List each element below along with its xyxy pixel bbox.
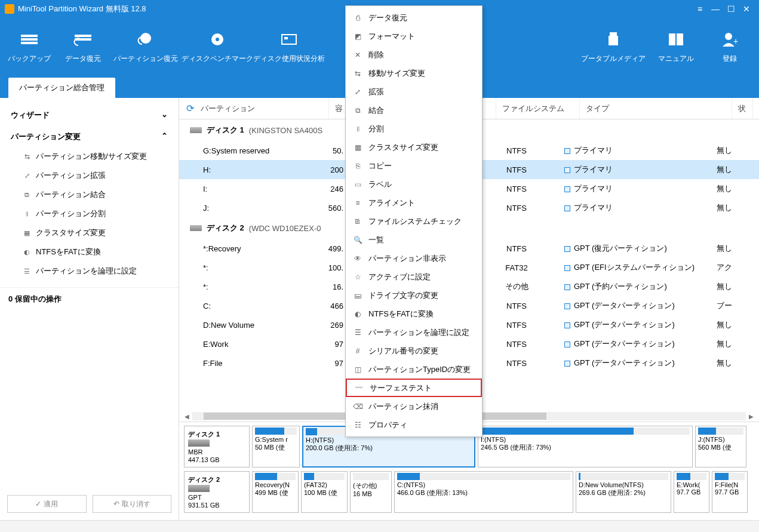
menu-item-label: NTFSをFATに変換 bbox=[368, 309, 434, 319]
menu-item-icon: ⧉ bbox=[353, 106, 362, 115]
th-filesystem[interactable]: ファイルシステム bbox=[496, 98, 580, 119]
minimize-button[interactable]: — bbox=[708, 1, 723, 17]
context-menu-item[interactable]: ▦ クラスタサイズ変更 bbox=[346, 138, 482, 156]
refresh-button[interactable]: ⟳ bbox=[179, 103, 201, 114]
sidebar-item-move-resize[interactable]: ⇆パーティション移動/サイズ変更 bbox=[5, 147, 174, 166]
diskmap-partition[interactable]: I:(NTFS)246.5 GB (使用済: 73%) bbox=[478, 426, 693, 468]
diskmap-partition[interactable]: Recovery(N499 MB (使 bbox=[252, 471, 299, 513]
sidebar-item-ntfs-fat[interactable]: ◐NTFSをFATに変換 bbox=[5, 242, 174, 262]
context-menu-item[interactable]: ☷ プロパティ bbox=[346, 416, 482, 434]
menu-item-label: クラスタサイズ変更 bbox=[368, 142, 438, 153]
menu-item-label: アライメント bbox=[368, 198, 415, 208]
sidebar-item-merge[interactable]: ⧉パーティション結合 bbox=[5, 185, 174, 204]
menu-item-label: 削除 bbox=[368, 50, 384, 60]
cluster-icon: ▦ bbox=[23, 229, 31, 237]
menu-item-label: 一覧 bbox=[368, 235, 384, 245]
diskmap-disk-label[interactable]: ディスク 1MBR447.13 GB bbox=[184, 426, 250, 468]
split-icon: ⫴ bbox=[23, 210, 31, 218]
menu-item-label: データ復元 bbox=[368, 13, 407, 23]
sidebar-section-wizard[interactable]: ウィザード⌄ bbox=[5, 104, 174, 125]
menu-item-icon: 👁 bbox=[353, 254, 362, 263]
context-menu-item[interactable]: ☰ パーティションを論理に設定 bbox=[346, 323, 482, 342]
menu-item-icon: 🗎 bbox=[353, 217, 362, 226]
backup-button[interactable]: バックアップ bbox=[2, 20, 56, 73]
menu-item-label: パーティション抹消 bbox=[368, 401, 438, 412]
menu-item-icon: ≡ bbox=[353, 198, 362, 208]
context-menu-item[interactable]: 🖴 ドライブ文字の変更 bbox=[346, 286, 482, 305]
sidebar: ウィザード⌄ パーティション変更⌃ ⇆パーティション移動/サイズ変更 ⤢パーティ… bbox=[0, 98, 179, 520]
svg-rect-0 bbox=[21, 35, 38, 37]
sidebar-section-manage[interactable]: パーティション管理⌄ bbox=[5, 281, 174, 287]
context-menu-item[interactable]: ▭ ラベル bbox=[346, 175, 482, 193]
th-status[interactable]: 状 bbox=[732, 98, 753, 119]
context-menu-item[interactable]: 🗎 ファイルシステムチェック bbox=[346, 212, 482, 230]
context-menu-item[interactable]: # シリアル番号の変更 bbox=[346, 342, 482, 360]
disk-usage-button[interactable]: ディスク使用状況分析 bbox=[253, 20, 325, 73]
menu-item-label: サーフェステスト bbox=[370, 383, 432, 393]
svg-rect-8 bbox=[282, 35, 296, 44]
context-menu-item[interactable]: ⎙ データ復元 bbox=[346, 8, 482, 27]
menu-item-label: ラベル bbox=[368, 179, 392, 190]
manual-button[interactable]: マニュアル bbox=[649, 20, 703, 73]
partition-recovery-button[interactable]: パーティション復元 bbox=[110, 20, 182, 73]
context-menu-item[interactable]: ⤢ 拡張 bbox=[346, 82, 482, 101]
menu-item-label: 移動/サイズ変更 bbox=[368, 68, 425, 79]
diskmap-disk-label[interactable]: ディスク 2GPT931.51 GB bbox=[184, 471, 250, 513]
diskmap-partition[interactable]: J:(NTFS)560 MB (使 bbox=[695, 426, 746, 468]
diskmap-partition[interactable]: C:(NTFS)466.0 GB (使用済: 13%) bbox=[394, 471, 573, 513]
menu-item-icon: ⌫ bbox=[353, 402, 362, 411]
sidebar-section-change[interactable]: パーティション変更⌃ bbox=[5, 125, 174, 147]
context-menu-item[interactable]: 〰 サーフェステスト bbox=[346, 379, 482, 397]
sidebar-item-logical[interactable]: ☰パーティションを論理に設定 bbox=[5, 262, 174, 281]
sidebar-item-split[interactable]: ⫴パーティション分割 bbox=[5, 204, 174, 223]
diskmap-partition[interactable]: D:New Volume(NTFS)269.6 GB (使用済: 2%) bbox=[576, 471, 671, 513]
context-menu-item[interactable]: ⇆ 移動/サイズ変更 bbox=[346, 64, 482, 82]
maximize-button[interactable]: ☐ bbox=[723, 1, 739, 17]
sidebar-item-cluster[interactable]: ▦クラスタサイズ変更 bbox=[5, 223, 174, 242]
scroll-right-icon[interactable]: ▶ bbox=[747, 412, 755, 420]
chevron-down-icon: ⌄ bbox=[161, 110, 168, 121]
context-menu-item[interactable]: 🔍 一覧 bbox=[346, 230, 482, 249]
context-menu-item[interactable]: ✕ 削除 bbox=[346, 45, 482, 64]
diskmap-partition[interactable]: F:File(N97.7 GB bbox=[712, 471, 748, 513]
close-button[interactable]: ✕ bbox=[739, 1, 754, 17]
context-menu-item[interactable]: ⎘ コピー bbox=[346, 156, 482, 175]
merge-icon: ⧉ bbox=[23, 190, 31, 199]
disk-benchmark-button[interactable]: ディスクベンチマーク bbox=[182, 20, 253, 73]
diskmap-partition[interactable]: (その他)16 MB bbox=[350, 471, 392, 513]
sidebar-item-extend[interactable]: ⤢パーティション拡張 bbox=[5, 166, 174, 185]
context-menu-item[interactable]: 👁 パーティション非表示 bbox=[346, 249, 482, 267]
diskmap-partition[interactable]: G:System r50 MB (使 bbox=[252, 426, 300, 468]
th-type[interactable]: タイプ bbox=[580, 98, 732, 119]
tab-partition-management[interactable]: パーティション総合管理 bbox=[8, 78, 115, 98]
svg-rect-9 bbox=[284, 37, 288, 39]
undo-button[interactable]: ↶取り消す bbox=[93, 495, 172, 513]
context-menu-item[interactable]: ⌫ パーティション抹消 bbox=[346, 397, 482, 416]
data-recovery-button[interactable]: データ復元 bbox=[56, 20, 110, 73]
user-add-icon: + bbox=[720, 30, 739, 49]
context-menu-item[interactable]: ◫ パーティションTypeIDの変更 bbox=[346, 360, 482, 379]
context-menu-item[interactable]: ◐ NTFSをFATに変換 bbox=[346, 305, 482, 323]
menu-item-icon: ⎙ bbox=[353, 13, 362, 23]
menu-item-icon: ▦ bbox=[353, 143, 362, 152]
usb-icon bbox=[604, 30, 623, 49]
context-menu-item[interactable]: ◩ フォーマット bbox=[346, 27, 482, 45]
scroll-left-icon[interactable]: ◀ bbox=[183, 412, 191, 420]
diskmap-partition[interactable]: E:Work(97.7 GB bbox=[674, 471, 709, 513]
register-button[interactable]: + 登録 bbox=[703, 20, 757, 73]
benchmark-icon bbox=[208, 30, 227, 49]
context-menu-item[interactable]: ≡ アライメント bbox=[346, 193, 482, 212]
context-menu-item[interactable]: ⫴ 分割 bbox=[346, 119, 482, 138]
backup-icon bbox=[20, 30, 39, 49]
statusbar bbox=[0, 520, 759, 532]
disk-icon bbox=[188, 485, 210, 492]
apply-button[interactable]: ✓適用 bbox=[7, 495, 87, 513]
context-menu-item[interactable]: ☆ アクティブに設定 bbox=[346, 267, 482, 286]
menu-icon[interactable]: ≡ bbox=[692, 1, 708, 17]
menu-item-icon: ⤢ bbox=[353, 87, 362, 97]
menu-item-icon: 🔍 bbox=[353, 235, 362, 245]
diskmap-partition[interactable]: (FAT32)100 MB (使 bbox=[301, 471, 348, 513]
th-partition[interactable]: パーティション bbox=[201, 98, 329, 119]
context-menu-item[interactable]: ⧉ 結合 bbox=[346, 101, 482, 119]
bootable-media-button[interactable]: ブータブルメディア bbox=[577, 20, 649, 73]
